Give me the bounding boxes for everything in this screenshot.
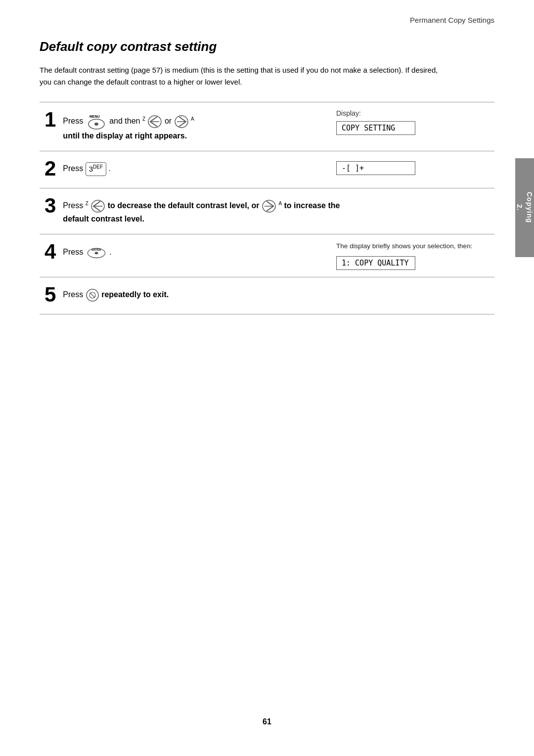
superscript-a: A	[191, 116, 194, 122]
svg-text:MENU: MENU	[89, 115, 100, 118]
step-4-left: 4 Press ENTER .	[40, 234, 326, 277]
step-2-number: 2	[44, 158, 56, 179]
step-4-instruction: Press ENTER .	[63, 245, 316, 260]
step-3-mid-text: to decrease the default contrast level, …	[108, 201, 262, 210]
step-1-display-label: Display:	[336, 109, 485, 117]
page-number: 61	[0, 717, 534, 726]
step-4-content: Press ENTER .	[63, 243, 316, 260]
step-3-number: 3	[44, 195, 56, 216]
step-2-right: -[ ]+	[326, 151, 494, 188]
step3-arrow-left-icon	[90, 199, 105, 213]
step-1-content: Press MENU and then Z	[63, 111, 316, 142]
header-title: Permanent Copy Settings	[410, 16, 494, 24]
step-3-content: Press Z to decrease the default contrast…	[63, 197, 485, 225]
step-3-row: 3 Press Z to decrease the default c	[40, 188, 494, 234]
step-1-right: Display: COPY SETTING	[326, 102, 494, 151]
step-1-number: 1	[44, 109, 56, 130]
step-1-display-box: COPY SETTING	[336, 121, 415, 135]
step-4-display-box: 1: COPY QUALITY	[336, 256, 415, 270]
step-2-period: .	[109, 164, 111, 173]
side-tab: 2. Copying	[515, 158, 534, 257]
step-4-press: Press	[63, 248, 85, 256]
step-2-display-box: -[ ]+	[336, 161, 415, 175]
step-4-period: .	[109, 248, 111, 256]
arrow-left-icon	[147, 115, 162, 129]
step-5-press: Press	[63, 290, 85, 299]
step3-arrow-right-icon	[262, 199, 276, 213]
step-1-bold-text: until the display at right appears.	[63, 132, 187, 140]
step-5-number: 5	[44, 284, 56, 305]
step3-superscript-a: A	[278, 201, 282, 206]
superscript-z: Z	[142, 116, 145, 122]
step-2-left: 2 Press 3DEF .	[40, 151, 326, 188]
step-4-display-note: The display briefly shows your selection…	[336, 241, 485, 251]
section-title: Default copy contrast setting	[40, 39, 494, 54]
step-2-press: Press	[63, 164, 85, 173]
step3-superscript-z: Z	[86, 201, 89, 206]
step-3-press: Press	[63, 201, 85, 210]
step-5-row: 5 Press repeatedly to exit.	[40, 277, 494, 314]
page-header: Permanent Copy Settings	[0, 0, 534, 24]
step-3-left: 3 Press Z to decrease the default c	[40, 188, 494, 234]
svg-text:ENTER: ENTER	[91, 248, 101, 251]
step-1-and-then: and then	[109, 117, 142, 125]
enter-button-icon: ENTER	[86, 245, 107, 260]
step-1-row: 1 Press MENU and then	[40, 102, 494, 151]
svg-line-12	[90, 293, 95, 298]
step-3-last-line: default contrast level.	[63, 215, 144, 223]
arrow-right-icon	[174, 115, 189, 129]
three-key-icon: 3DEF	[86, 162, 106, 176]
step-2-content: Press 3DEF .	[63, 160, 316, 176]
side-tab-label: Copying	[526, 192, 534, 223]
step-4-row: 4 Press ENTER .	[40, 234, 494, 277]
step-2-row: 2 Press 3DEF . -[ ]+	[40, 151, 494, 188]
step-5-left: 5 Press repeatedly to exit.	[40, 277, 494, 314]
intro-text: The default contrast setting (page 57) i…	[40, 64, 445, 88]
step-2-instruction: Press 3DEF .	[63, 162, 316, 176]
step-5-content: Press repeatedly to exit.	[63, 286, 485, 302]
side-tab-number: 2.	[516, 204, 524, 211]
step-1-press-label: Press	[63, 117, 85, 125]
step-4-right: The display briefly shows your selection…	[326, 234, 494, 277]
side-tab-text: 2. Copying	[516, 192, 534, 223]
step-1-or: or	[165, 117, 174, 125]
stop-circle-icon	[86, 288, 99, 302]
step-5-instruction: Press repeatedly to exit.	[63, 288, 485, 302]
step-1-instruction: Press MENU and then Z	[63, 113, 316, 142]
step-4-number: 4	[44, 241, 56, 262]
step-3-end-text: to increase the	[284, 201, 340, 210]
svg-point-2	[94, 123, 98, 126]
menu-button-icon: MENU	[86, 113, 107, 130]
step-1-left: 1 Press MENU and then	[40, 102, 326, 151]
main-content: Default copy contrast setting The defaul…	[0, 24, 534, 314]
steps-table: 1 Press MENU and then	[40, 102, 494, 314]
svg-point-8	[94, 252, 98, 254]
step-5-end-text: repeatedly to exit.	[101, 290, 169, 299]
step-3-instruction: Press Z to decrease the default contrast…	[63, 199, 485, 225]
